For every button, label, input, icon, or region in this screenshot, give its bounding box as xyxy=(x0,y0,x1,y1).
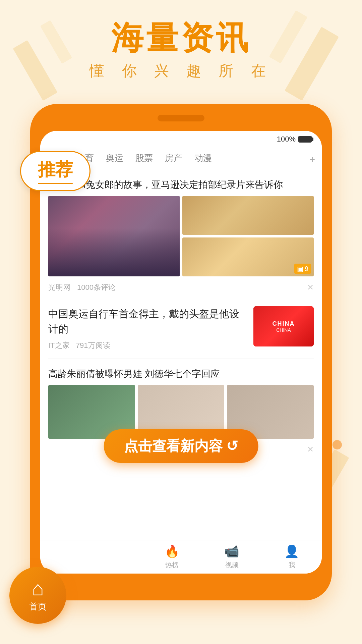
status-bar: 100% xyxy=(40,131,322,148)
video-icon: 📹 xyxy=(224,544,239,558)
nav-label-video: 视频 xyxy=(225,560,239,570)
nav-item-video[interactable]: 📹 视频 xyxy=(224,544,239,570)
news-meta-1: 光明网 1000条评论 ✕ xyxy=(48,280,314,292)
news-item-2[interactable]: 中国奥运自行车首金得主，戴的头盔是他设计的 IT之家 791万阅读 CHINA … xyxy=(48,301,314,356)
news-close-3[interactable]: ✕ xyxy=(307,445,314,454)
tab-anime[interactable]: 动漫 xyxy=(194,152,212,166)
recommend-badge[interactable]: 推荐 xyxy=(20,151,90,191)
tab-olympics[interactable]: 奥运 xyxy=(106,152,123,166)
news-title-3: 高龄朱丽倩被曝怀男娃 刘德华七个字回应 xyxy=(48,367,314,381)
image-count-badge: ▣ 9 xyxy=(294,264,311,274)
battery-text: 100% xyxy=(277,135,296,144)
tab-realestate[interactable]: 房产 xyxy=(165,152,182,166)
home-label: 首页 xyxy=(29,601,47,612)
news-image-right-bottom: ▣ 9 xyxy=(182,237,314,276)
china-helmet-img: CHINA CHINA xyxy=(253,306,314,346)
refresh-text: 点击查看新内容 ↺ xyxy=(124,438,238,454)
playboy-image xyxy=(48,196,180,276)
nav-label-hotrank: 热榜 xyxy=(165,560,179,570)
recommend-label: 推荐 xyxy=(38,158,73,181)
refresh-button[interactable]: 点击查看新内容 ↺ xyxy=(104,429,258,463)
count-icon: ▣ xyxy=(297,265,303,273)
news-meta-left-1: 光明网 1000条评论 xyxy=(48,282,116,292)
nav-label-me: 我 xyxy=(289,560,295,570)
news-source-1: 光明网 xyxy=(48,282,70,292)
battery-fill xyxy=(299,137,311,142)
news-image-left xyxy=(48,196,180,276)
news-item-2-text: 中国奥运自行车首金得主，戴的头盔是他设计的 IT之家 791万阅读 xyxy=(48,306,248,351)
divider-1 xyxy=(48,298,314,298)
news-item-1[interactable]: 花公子和兔女郎的故事，亚马逊决定拍部纪录片来告诉你 ▣ 9 xyxy=(48,178,314,292)
fire-icon: 🔥 xyxy=(165,544,180,558)
divider-2 xyxy=(48,359,314,359)
news-meta-2: IT之家 791万阅读 xyxy=(48,340,248,351)
phone-speaker xyxy=(158,115,204,121)
home-icon-large: ⌂ xyxy=(32,579,44,599)
nav-item-hotrank[interactable]: 🔥 热榜 xyxy=(165,544,180,570)
news-images-right: ▣ 9 xyxy=(182,196,314,276)
sub-title: 懂 你 兴 趣 所 在 xyxy=(0,61,362,81)
phone-screen: 100% 推荐 体育 奥运 股票 房产 动漫 + 花公子和兔女郎的故事，亚马逊决… xyxy=(40,131,322,574)
news-close-1[interactable]: ✕ xyxy=(307,283,314,292)
home-button-large[interactable]: ⌂ 首页 xyxy=(9,567,66,624)
news-comments-1: 1000条评论 xyxy=(77,282,116,292)
header-area: 海量资讯 懂 你 兴 趣 所 在 xyxy=(0,20,362,81)
tab-stocks[interactable]: 股票 xyxy=(135,152,153,166)
bottom-nav: 🔥 热榜 📹 视频 👤 我 xyxy=(40,540,322,574)
news-image-right-top xyxy=(182,196,314,235)
battery-icon xyxy=(298,136,312,143)
news-images-1: ▣ 9 xyxy=(48,196,314,276)
news-area: 花公子和兔女郎的故事，亚马逊决定拍部纪录片来告诉你 ▣ 9 xyxy=(40,171,322,540)
tab-add-icon[interactable]: + xyxy=(310,154,315,165)
news-image-2: CHINA CHINA xyxy=(253,306,314,346)
main-title: 海量资讯 xyxy=(0,20,362,56)
news-title-2: 中国奥运自行车首金得主，戴的头盔是他设计的 xyxy=(48,306,248,336)
blonde-image-top xyxy=(182,196,314,235)
user-icon: 👤 xyxy=(284,544,299,558)
count-number: 9 xyxy=(305,265,308,273)
recommend-underline xyxy=(38,183,73,184)
nav-item-me[interactable]: 👤 我 xyxy=(284,544,299,570)
